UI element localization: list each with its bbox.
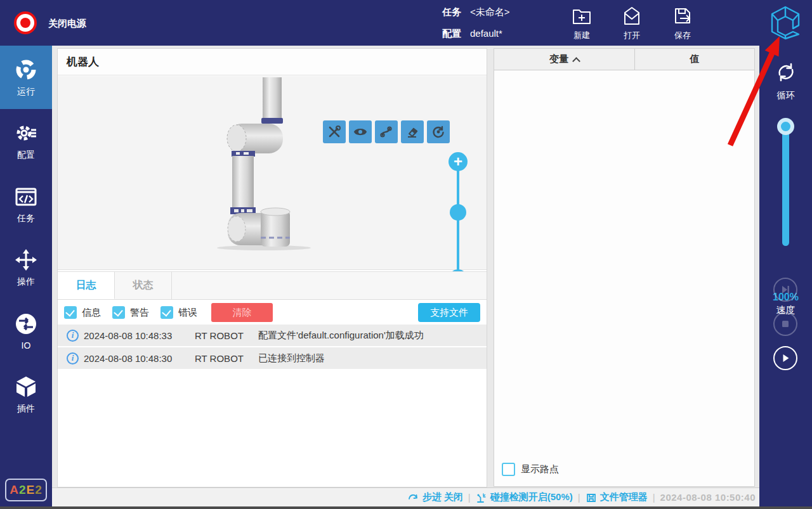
config-label: 配置 <box>442 28 461 39</box>
power-label: 关闭电源 <box>48 18 86 30</box>
window-bottom-edge <box>0 506 812 509</box>
code-window-icon <box>14 184 38 209</box>
filter-error-checkbox[interactable] <box>160 306 173 319</box>
move-arrows-icon <box>14 248 38 272</box>
io-icon <box>14 312 38 336</box>
app-window: 关闭电源 任务 <未命名> 配置 default* 新建 打开 <box>0 0 812 509</box>
sidebar-item-plugin[interactable]: 插件 <box>0 363 52 426</box>
task-config-info: 任务 <未命名> 配置 default* <box>442 6 510 49</box>
tools-button[interactable] <box>323 120 346 143</box>
path-icon <box>379 125 393 139</box>
info-icon: i <box>67 330 79 342</box>
open-task-button[interactable]: 打开 <box>610 5 654 41</box>
tab-log[interactable]: 日志 <box>58 272 115 299</box>
show-waypoints-label: 显示路点 <box>521 463 559 475</box>
run-icon <box>14 58 38 82</box>
task-label: 任务 <box>442 6 461 17</box>
log-row: i 2024-08-08 10:48:33 RT ROBOT 配置文件'defa… <box>58 325 487 346</box>
play-button[interactable] <box>773 346 797 370</box>
show-waypoints-row: 显示路点 <box>502 463 559 476</box>
filter-info-label: 信息 <box>82 307 101 319</box>
variables-panel: 变量 值 显示路点 <box>494 48 755 487</box>
show-waypoints-checkbox[interactable] <box>502 463 515 476</box>
play-icon <box>779 352 792 364</box>
log-list: i 2024-08-08 10:48:33 RT ROBOT 配置文件'defa… <box>58 325 487 370</box>
sidebar-item-io[interactable]: IO <box>0 299 52 363</box>
separator: | <box>653 492 655 503</box>
stop-button[interactable] <box>773 312 797 336</box>
info-icon: i <box>67 352 79 364</box>
stop-icon <box>779 318 792 330</box>
support-files-button[interactable]: 支持文件 <box>418 303 480 322</box>
step-mode-status[interactable]: 步进 关闭 <box>408 491 463 503</box>
robot-panel: 机器人 <box>57 48 487 487</box>
file-manager-button[interactable]: 文件管理器 <box>586 491 648 503</box>
variables-header: 变量 值 <box>494 49 754 70</box>
right-sidebar: 循环 100% 速度 <box>759 46 812 506</box>
robot-arm-image <box>210 77 311 255</box>
rotate-view-button[interactable] <box>427 120 450 143</box>
robot-brand-button[interactable] <box>769 5 802 41</box>
robot-3d-view[interactable]: + − <box>58 76 487 270</box>
open-file-icon <box>621 5 643 27</box>
eraser-button[interactable] <box>401 120 424 143</box>
task-value: <未命名> <box>470 6 510 17</box>
variables-column-header[interactable]: 变量 <box>494 49 635 70</box>
clear-log-button[interactable]: 清除 <box>211 303 273 322</box>
file-manager-icon <box>586 492 597 503</box>
eraser-icon <box>405 125 419 139</box>
view-toolbar <box>323 120 450 143</box>
sidebar-item-operate[interactable]: 操作 <box>0 236 52 299</box>
save-icon <box>672 5 693 27</box>
filter-info-checkbox[interactable] <box>64 306 77 319</box>
log-filterbar: 信息 警告 错误 清除 支持文件 <box>58 300 487 325</box>
save-task-button[interactable]: 保存 <box>660 5 705 41</box>
sort-ascending-icon <box>572 57 580 65</box>
loop-button[interactable]: 循环 <box>759 60 812 101</box>
loop-icon <box>773 60 799 85</box>
new-task-button[interactable]: 新建 <box>560 5 604 41</box>
sidebar-item-run[interactable]: 运行 <box>0 46 52 109</box>
rotate-icon <box>431 125 445 139</box>
device-badge[interactable]: A 2 E 2 <box>5 479 47 501</box>
speed-slider-handle[interactable] <box>777 118 794 135</box>
sidebar-item-task[interactable]: 任务 <box>0 172 52 236</box>
gear-icon <box>14 121 38 145</box>
eye-icon <box>353 125 367 139</box>
status-bar: 步进 关闭 | 碰撞检测开启(50%) | 文件管理器 | 2024-08-08… <box>52 487 759 506</box>
skip-next-button[interactable] <box>773 278 797 302</box>
robot-logo-icon <box>769 5 802 41</box>
separator: | <box>578 492 580 503</box>
power-icon <box>20 18 30 28</box>
config-value: default* <box>470 28 502 39</box>
zoom-in-button[interactable]: + <box>449 152 468 171</box>
trajectory-button[interactable] <box>375 120 398 143</box>
separator: | <box>468 492 471 503</box>
robot-panel-title: 机器人 <box>58 49 487 75</box>
log-row: i 2024-08-08 10:48:30 RT ROBOT 已连接到控制器 <box>58 347 487 369</box>
cube-icon <box>14 375 38 399</box>
filter-warning-checkbox[interactable] <box>112 306 125 319</box>
tools-icon <box>327 125 341 139</box>
power-button[interactable] <box>14 11 37 34</box>
value-column-header[interactable]: 值 <box>635 49 754 70</box>
zoom-slider-handle[interactable] <box>450 204 466 221</box>
collision-detection-status[interactable]: 碰撞检测开启(50%) <box>476 491 573 503</box>
log-tabstrip: 日志 状态 <box>58 271 487 300</box>
visibility-button[interactable] <box>349 120 372 143</box>
sidebar-item-config[interactable]: 配置 <box>0 109 52 172</box>
left-sidebar: 运行 配置 任务 操作 <box>0 46 52 506</box>
system-time: 2024-08-08 10:50:40 <box>660 492 756 503</box>
zoom-control: + − <box>449 152 468 288</box>
new-folder-icon <box>571 5 593 27</box>
filter-error-label: 错误 <box>178 307 197 319</box>
step-icon <box>408 492 419 503</box>
top-bar: 关闭电源 任务 <未命名> 配置 default* 新建 打开 <box>0 0 812 46</box>
tab-status[interactable]: 状态 <box>115 272 172 299</box>
filter-warning-label: 警告 <box>130 307 149 319</box>
collision-icon <box>476 492 487 503</box>
speed-slider[interactable] <box>782 126 789 246</box>
skip-next-icon <box>779 283 792 296</box>
